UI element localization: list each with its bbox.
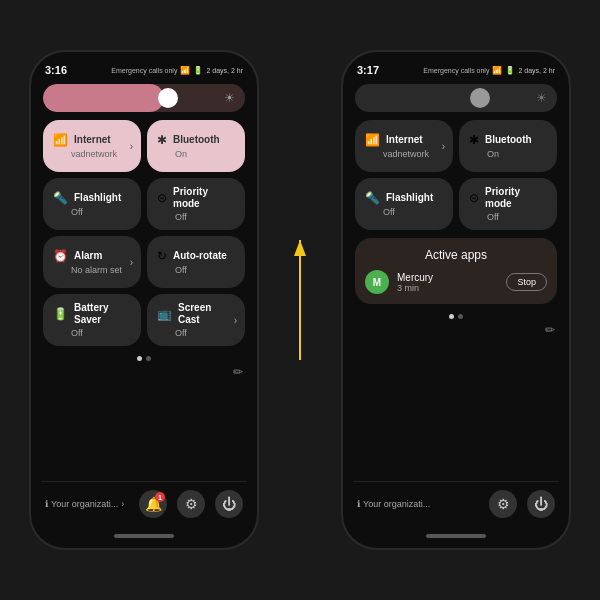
- internet-subtitle: vadnetwork: [53, 149, 131, 159]
- battery-subtitle: Off: [53, 328, 131, 338]
- dot-1: [137, 356, 142, 361]
- dot-2: [146, 356, 151, 361]
- brightness-icon-right: ☀: [536, 91, 547, 105]
- dot-right-2: [458, 314, 463, 319]
- autorotate-subtitle: Off: [157, 265, 235, 275]
- tile-autorotate[interactable]: ↻ Auto-rotate Off: [147, 236, 245, 288]
- flashlight-icon: 🔦: [53, 191, 68, 205]
- alarm-subtitle: No alarm set: [53, 265, 131, 275]
- status-right-left: Emergency calls only 📶 🔋 2 days, 2 hr: [111, 66, 243, 75]
- internet-title: Internet: [74, 134, 111, 146]
- status-bar-left: 3:16 Emergency calls only 📶 🔋 2 days, 2 …: [41, 64, 247, 80]
- battery-text-left: 2 days, 2 hr: [206, 67, 243, 74]
- tiles-grid-left: 📶 Internet vadnetwork › ✱ Bluetooth On 🔦…: [43, 120, 245, 346]
- tile-screencast[interactable]: 📺 Screen Cast Off ›: [147, 294, 245, 346]
- active-apps-title: Active apps: [365, 248, 547, 262]
- pagination-left: [41, 356, 247, 361]
- flashlight-icon-right: 🔦: [365, 191, 380, 205]
- phone-left: 3:16 Emergency calls only 📶 🔋 2 days, 2 …: [29, 50, 259, 550]
- tile-priority[interactable]: ⊝ Priority mode Off: [147, 178, 245, 230]
- org-text-left[interactable]: ℹ Your organizati... ›: [45, 499, 124, 509]
- alarm-arrow: ›: [130, 257, 133, 268]
- tile-bluetooth-right[interactable]: ✱ Bluetooth On: [459, 120, 557, 172]
- dot-right-1: [449, 314, 454, 319]
- time-right: 3:17: [357, 64, 379, 76]
- settings-button-left[interactable]: ⚙: [177, 490, 205, 518]
- app-name: Mercury: [397, 272, 433, 283]
- org-row-right: ℹ Your organizati... ⚙ ⏻: [357, 490, 555, 518]
- info-icon-right: ℹ: [357, 499, 360, 509]
- internet-subtitle-right: vadnetwork: [365, 149, 443, 159]
- status-right-right: Emergency calls only 📶 🔋 2 days, 2 hr: [423, 66, 555, 75]
- internet-title-right: Internet: [386, 134, 423, 146]
- tile-bluetooth[interactable]: ✱ Bluetooth On: [147, 120, 245, 172]
- stop-button[interactable]: Stop: [506, 273, 547, 291]
- pagination-right: [353, 314, 559, 319]
- notification-badge: 1: [155, 492, 165, 502]
- active-apps-panel: Active apps M Mercury 3 min Stop: [355, 238, 557, 304]
- status-bar-right: 3:17 Emergency calls only 📶 🔋 2 days, 2 …: [353, 64, 559, 80]
- tile-internet-right[interactable]: 📶 Internet vadnetwork ›: [355, 120, 453, 172]
- priority-title-right: Priority mode: [485, 186, 547, 210]
- notification-button[interactable]: 🔔 1: [139, 490, 167, 518]
- home-indicator-left: [114, 534, 174, 538]
- phones-container: 3:16 Emergency calls only 📶 🔋 2 days, 2 …: [29, 50, 571, 550]
- time-left: 3:16: [45, 64, 67, 76]
- settings-button-right[interactable]: ⚙: [489, 490, 517, 518]
- tiles-grid-right: 📶 Internet vadnetwork › ✱ Bluetooth On 🔦…: [355, 120, 557, 230]
- power-button-left[interactable]: ⏻: [215, 490, 243, 518]
- signal-icon-right: 📶: [492, 66, 502, 75]
- priority-subtitle: Off: [157, 212, 235, 222]
- screencast-subtitle: Off: [157, 328, 235, 338]
- bottom-area-left: ℹ Your organizati... › 🔔 1 ⚙ ⏻: [41, 481, 247, 530]
- tile-alarm[interactable]: ⏰ Alarm No alarm set ›: [43, 236, 141, 288]
- priority-subtitle-right: Off: [469, 212, 547, 222]
- brightness-slider-right[interactable]: ☀: [355, 84, 557, 112]
- home-indicator-right: [426, 534, 486, 538]
- bluetooth-title: Bluetooth: [173, 134, 220, 146]
- emergency-text-left: Emergency calls only: [111, 67, 177, 74]
- active-app-info: M Mercury 3 min: [365, 270, 433, 294]
- phone-right: 3:17 Emergency calls only 📶 🔋 2 days, 2 …: [341, 50, 571, 550]
- internet-icon: 📶: [53, 133, 68, 147]
- bottom-icons-left: 🔔 1 ⚙ ⏻: [139, 490, 243, 518]
- flashlight-title: Flashlight: [74, 192, 121, 204]
- brightness-slider-left[interactable]: ☀: [43, 84, 245, 112]
- alarm-icon: ⏰: [53, 249, 68, 263]
- info-icon-left: ℹ: [45, 499, 48, 509]
- edit-icon-right[interactable]: ✏: [545, 323, 555, 337]
- priority-icon: ⊝: [157, 191, 167, 205]
- app-icon-mercury: M: [365, 270, 389, 294]
- bluetooth-subtitle-right: On: [469, 149, 547, 159]
- edit-row-left: ✏: [41, 365, 247, 379]
- brightness-thumb-right[interactable]: [470, 88, 490, 108]
- tile-internet[interactable]: 📶 Internet vadnetwork ›: [43, 120, 141, 172]
- bluetooth-subtitle: On: [157, 149, 235, 159]
- screencast-title: Screen Cast: [178, 302, 235, 326]
- priority-icon-right: ⊝: [469, 191, 479, 205]
- emergency-text-right: Emergency calls only: [423, 67, 489, 74]
- battery-icon: 🔋: [193, 66, 203, 75]
- active-app-row: M Mercury 3 min Stop: [365, 270, 547, 294]
- brightness-thumb-left[interactable]: [158, 88, 178, 108]
- tile-flashlight-right[interactable]: 🔦 Flashlight Off: [355, 178, 453, 230]
- bluetooth-icon: ✱: [157, 133, 167, 147]
- internet-icon-right: 📶: [365, 133, 380, 147]
- battery-saver-icon: 🔋: [53, 307, 68, 321]
- battery-text-right: 2 days, 2 hr: [518, 67, 555, 74]
- tile-priority-right[interactable]: ⊝ Priority mode Off: [459, 178, 557, 230]
- signal-icon: 📶: [180, 66, 190, 75]
- org-text-right[interactable]: ℹ Your organizati...: [357, 499, 430, 509]
- tile-battery[interactable]: 🔋 Battery Saver Off: [43, 294, 141, 346]
- internet-arrow: ›: [130, 141, 133, 152]
- edit-icon-left[interactable]: ✏: [233, 365, 243, 379]
- bluetooth-icon-right: ✱: [469, 133, 479, 147]
- org-arrow-left: ›: [121, 499, 124, 509]
- flashlight-subtitle: Off: [53, 207, 131, 217]
- screencast-arrow: ›: [234, 315, 237, 326]
- power-button-right[interactable]: ⏻: [527, 490, 555, 518]
- org-row-left: ℹ Your organizati... › 🔔 1 ⚙ ⏻: [45, 490, 243, 518]
- brightness-fill-left: [43, 84, 164, 112]
- gear-icon-left: ⚙: [185, 496, 198, 512]
- tile-flashlight[interactable]: 🔦 Flashlight Off: [43, 178, 141, 230]
